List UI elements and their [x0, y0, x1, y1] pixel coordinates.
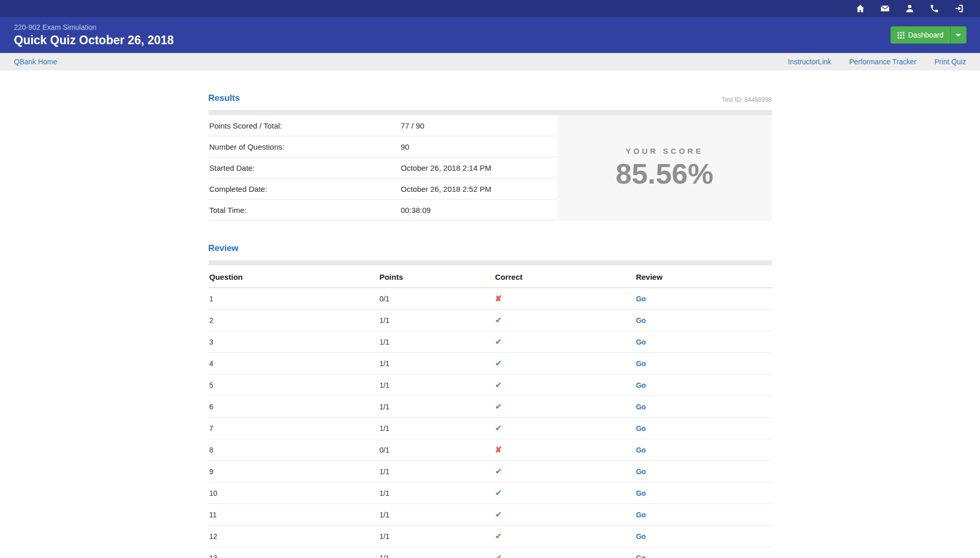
result-label: Points Scored / Total:: [208, 121, 401, 130]
nav-performance-tracker[interactable]: Performance Tracker: [849, 58, 917, 66]
results-heading: Results: [208, 93, 240, 103]
go-link[interactable]: Go: [636, 338, 645, 346]
result-label: Total Time:: [208, 206, 401, 214]
review-row: 10 1/1 ✔ Go: [208, 482, 772, 504]
go-link[interactable]: Go: [636, 316, 645, 325]
page-title: Quick Quiz October 26, 2018: [14, 33, 174, 47]
dashboard-button-group: Dashboard: [890, 26, 967, 44]
question-points: 1/1: [378, 526, 494, 547]
question-number: 3: [208, 331, 379, 353]
result-value: 00:38:09: [401, 206, 557, 214]
question-number: 1: [208, 288, 379, 310]
header-text: 220-902 Exam Simulation Quick Quiz Octob…: [14, 23, 174, 47]
correct-check-icon: ✔: [495, 489, 502, 497]
nav-qbank-home[interactable]: QBank Home: [14, 58, 57, 66]
results-section-head: Results Test ID: 84458998: [208, 93, 772, 103]
dashboard-button-label: Dashboard: [908, 31, 944, 39]
incorrect-cross-icon: ✘: [495, 445, 502, 454]
correct-check-icon: ✔: [495, 359, 502, 368]
section-divider: [208, 260, 772, 265]
correct-check-icon: ✔: [495, 381, 502, 389]
result-value: 77 / 90: [401, 121, 557, 130]
home-icon[interactable]: [855, 4, 865, 13]
correct-check-icon: ✔: [495, 532, 502, 541]
subnav: QBank Home InstructorLink Performance Tr…: [0, 53, 980, 70]
result-row: Started Date: October 26, 2018 2:14 PM: [208, 157, 557, 178]
exam-subtitle: 220-902 Exam Simulation: [14, 23, 174, 31]
question-number: 5: [208, 374, 379, 396]
go-link[interactable]: Go: [636, 295, 645, 303]
review-row: 8 0/1 ✘ Go: [208, 439, 772, 461]
question-points: 1/1: [378, 418, 494, 439]
question-points: 1/1: [378, 396, 494, 418]
result-label: Number of Questions:: [208, 142, 401, 151]
col-points: Points: [378, 265, 494, 288]
result-value: 90: [401, 142, 557, 151]
go-link[interactable]: Go: [636, 554, 645, 558]
user-icon[interactable]: [905, 4, 915, 13]
go-link[interactable]: Go: [636, 489, 645, 497]
go-link[interactable]: Go: [636, 446, 645, 454]
nav-instructorlink[interactable]: InstructorLink: [788, 58, 831, 66]
review-table: Question Points Correct Review 1 0/1 ✘ G…: [208, 265, 772, 558]
go-link[interactable]: Go: [636, 532, 645, 541]
incorrect-cross-icon: ✘: [495, 294, 502, 303]
review-row: 12 1/1 ✔ Go: [208, 526, 772, 547]
question-points: 1/1: [378, 482, 494, 504]
test-id: Test ID: 84458998: [722, 96, 772, 103]
results-summary: Points Scored / Total: 77 / 90 Number of…: [208, 115, 772, 221]
mail-icon[interactable]: [880, 4, 890, 13]
review-row: 1 0/1 ✘ Go: [208, 288, 772, 310]
nav-print-quiz[interactable]: Print Quiz: [935, 58, 966, 66]
go-link[interactable]: Go: [636, 381, 645, 389]
correct-check-icon: ✔: [495, 467, 502, 476]
caret-down-icon: [956, 34, 961, 37]
go-link[interactable]: Go: [636, 467, 645, 476]
go-link[interactable]: Go: [636, 424, 645, 433]
correct-check-icon: ✔: [495, 553, 502, 558]
question-number: 11: [208, 504, 379, 526]
review-row: 5 1/1 ✔ Go: [208, 374, 772, 396]
question-points: 1/1: [378, 461, 494, 482]
correct-check-icon: ✔: [495, 402, 502, 411]
page-header: 220-902 Exam Simulation Quick Quiz Octob…: [0, 17, 980, 53]
content: Results Test ID: 84458998 Points Scored …: [208, 93, 772, 558]
review-row: 2 1/1 ✔ Go: [208, 310, 772, 331]
question-number: 2: [208, 310, 379, 331]
review-heading: Review: [208, 243, 239, 254]
correct-check-icon: ✔: [495, 510, 502, 519]
question-number: 7: [208, 418, 379, 439]
go-link[interactable]: Go: [636, 403, 645, 411]
result-value: October 26, 2018 2:52 PM: [401, 185, 557, 193]
review-row: 3 1/1 ✔ Go: [208, 331, 772, 353]
result-value: October 26, 2018 2:14 PM: [401, 164, 557, 172]
correct-check-icon: ✔: [495, 424, 502, 433]
question-points: 0/1: [378, 439, 494, 461]
question-points: 0/1: [378, 288, 494, 310]
go-link[interactable]: Go: [636, 511, 645, 519]
result-row: Completed Date: October 26, 2018 2:52 PM: [208, 178, 557, 200]
review-section-head: Review: [208, 243, 772, 254]
question-points: 1/1: [378, 310, 494, 331]
dashboard-button[interactable]: Dashboard: [890, 26, 951, 44]
question-number: 9: [208, 461, 379, 482]
question-points: 1/1: [378, 374, 494, 396]
signout-icon[interactable]: [954, 4, 964, 13]
question-number: 6: [208, 396, 379, 418]
dashboard-dropdown-toggle[interactable]: [950, 26, 967, 44]
review-row: 11 1/1 ✔ Go: [208, 504, 772, 526]
question-number: 12: [208, 526, 379, 547]
results-table: Points Scored / Total: 77 / 90 Number of…: [208, 115, 557, 221]
subnav-right: InstructorLink Performance Tracker Print…: [788, 58, 966, 66]
score-panel: YOUR SCORE 85.56%: [557, 115, 772, 221]
go-link[interactable]: Go: [636, 359, 645, 368]
review-header-row: Question Points Correct Review: [208, 265, 772, 288]
col-correct: Correct: [494, 265, 635, 288]
phone-icon[interactable]: [930, 4, 939, 13]
question-number: 4: [208, 353, 379, 374]
review-row: 4 1/1 ✔ Go: [208, 353, 772, 374]
review-row: 6 1/1 ✔ Go: [208, 396, 772, 418]
result-row: Total Time: 00:38:09: [208, 200, 557, 221]
topbar: [0, 0, 980, 17]
col-review: Review: [635, 265, 772, 288]
